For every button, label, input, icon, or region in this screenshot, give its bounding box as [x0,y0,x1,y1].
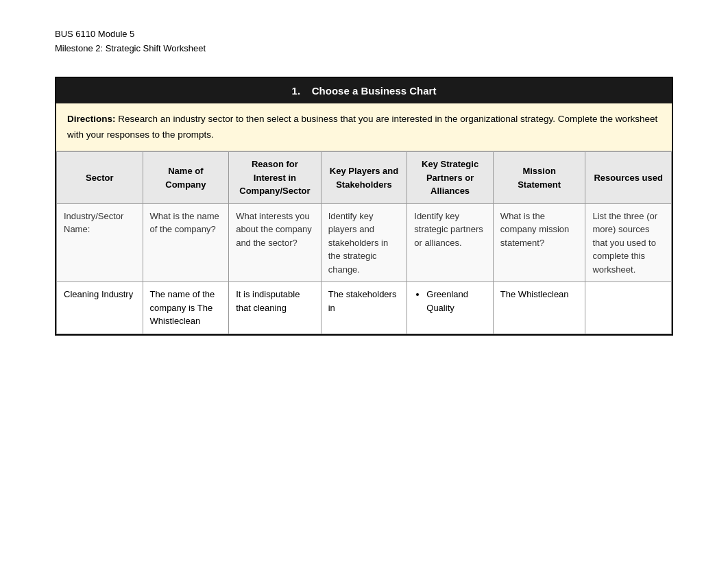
header-line2: Milestone 2: Strategic Shift Worksheet [55,42,673,56]
subheader-mission: What is the company mission statement? [493,203,585,282]
main-container: 1. Choose a Business Chart Directions: R… [55,77,673,336]
subheader-players: Identify key players and stakeholders in… [321,203,407,282]
subheader-strategic: Identify key strategic partners or allia… [407,203,494,282]
col-header-mission: Mission Statement [493,152,585,204]
section-title: Choose a Business Chart [312,85,437,97]
subheader-reason: What interests you about the company and… [229,203,321,282]
data-strategic: Greenland Quality [407,282,494,334]
subheader-resources: List the three (or more) sources that yo… [585,203,672,282]
page-header: BUS 6110 Module 5 Milestone 2: Strategic… [0,0,728,70]
col-header-strategic: Key Strategic Partners or Alliances [407,152,494,204]
col-header-resources: Resources used [585,152,672,204]
directions-box: Directions: Research an industry sector … [56,103,672,152]
directions-label: Directions: [67,114,116,124]
directions-text: Research an industry sector to then sele… [67,114,657,140]
header-line1: BUS 6110 Module 5 [55,27,673,42]
subheader-sector: Industry/Sector Name: [57,203,143,282]
section-title-bar: 1. Choose a Business Chart [56,78,672,103]
col-header-players: Key Players and Stakeholders [321,152,407,204]
data-mission: The Whistleclean [493,282,585,334]
data-resources [585,282,672,334]
main-table: Sector Name of Company Reason for Intere… [56,151,672,334]
strategic-bullet-item: Greenland Quality [426,288,486,314]
col-header-reason: Reason for Interest in Company/Sector [229,152,321,204]
data-reason: It is indisputable that cleaning [229,282,321,334]
data-sector: Cleaning Industry [57,282,143,334]
col-header-sector: Sector [57,152,143,204]
data-players: The stakeholders in [321,282,407,334]
col-header-name: Name of Company [143,152,229,204]
subheader-name: What is the name of the company? [143,203,229,282]
table-header-row: Sector Name of Company Reason for Intere… [57,152,672,204]
section-number: 1. [292,85,301,97]
table-subheader-row: Industry/Sector Name: What is the name o… [57,203,672,282]
table-row: Cleaning Industry The name of the compan… [57,282,672,334]
data-name: The name of the company is The Whistlecl… [143,282,229,334]
